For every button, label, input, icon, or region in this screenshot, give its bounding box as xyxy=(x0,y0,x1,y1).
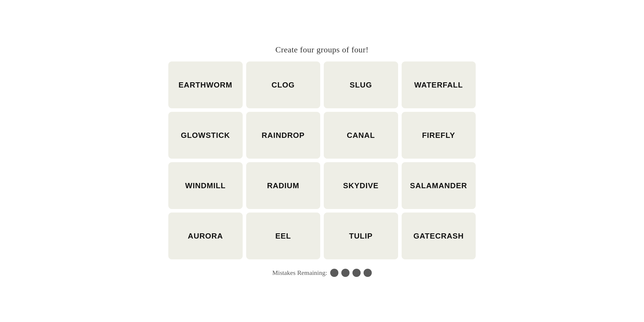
tile-earthworm[interactable]: EARTHWORM xyxy=(168,61,243,108)
tile-tulip[interactable]: TULIP xyxy=(324,213,398,259)
tile-waterfall[interactable]: WATERFALL xyxy=(402,61,476,108)
tile-label-radium: RADIUM xyxy=(267,181,299,190)
tile-skydive[interactable]: SKYDIVE xyxy=(324,162,398,209)
tile-label-raindrop: RAINDROP xyxy=(262,131,305,140)
tile-canal[interactable]: CANAL xyxy=(324,112,398,159)
dot-container xyxy=(330,269,372,277)
tile-grid: EARTHWORMCLOGSLUGWATERFALLGLOWSTICKRAIND… xyxy=(168,61,476,259)
tile-glowstick[interactable]: GLOWSTICK xyxy=(168,112,243,159)
mistake-dot-2 xyxy=(341,269,350,277)
tile-clog[interactable]: CLOG xyxy=(246,61,321,108)
tile-label-waterfall: WATERFALL xyxy=(414,80,463,90)
game-container: Create four groups of four! EARTHWORMCLO… xyxy=(168,45,476,277)
tile-label-skydive: SKYDIVE xyxy=(343,181,378,190)
tile-raindrop[interactable]: RAINDROP xyxy=(246,112,321,159)
tile-label-glowstick: GLOWSTICK xyxy=(181,131,230,140)
tile-label-clog: CLOG xyxy=(272,80,295,90)
tile-radium[interactable]: RADIUM xyxy=(246,162,321,209)
tile-firefly[interactable]: FIREFLY xyxy=(402,112,476,159)
tile-slug[interactable]: SLUG xyxy=(324,61,398,108)
tile-label-eel: EEL xyxy=(275,232,291,241)
tile-label-salamander: SALAMANDER xyxy=(410,181,467,190)
mistakes-label: Mistakes Remaining: xyxy=(272,269,327,277)
mistakes-row: Mistakes Remaining: xyxy=(272,269,372,277)
tile-label-gatecrash: GATECRASH xyxy=(413,232,464,241)
subtitle: Create four groups of four! xyxy=(275,45,369,54)
tile-windmill[interactable]: WINDMILL xyxy=(168,162,243,209)
mistake-dot-1 xyxy=(330,269,338,277)
tile-eel[interactable]: EEL xyxy=(246,213,321,259)
tile-label-firefly: FIREFLY xyxy=(422,131,455,140)
tile-gatecrash[interactable]: GATECRASH xyxy=(402,213,476,259)
mistake-dot-4 xyxy=(364,269,372,277)
tile-label-tulip: TULIP xyxy=(349,232,373,241)
mistake-dot-3 xyxy=(352,269,361,277)
tile-label-aurora: AURORA xyxy=(188,232,223,241)
tile-label-windmill: WINDMILL xyxy=(185,181,226,190)
tile-salamander[interactable]: SALAMANDER xyxy=(402,162,476,209)
tile-label-earthworm: EARTHWORM xyxy=(179,80,232,90)
tile-aurora[interactable]: AURORA xyxy=(168,213,243,259)
tile-label-slug: SLUG xyxy=(350,80,372,90)
tile-label-canal: CANAL xyxy=(347,131,375,140)
